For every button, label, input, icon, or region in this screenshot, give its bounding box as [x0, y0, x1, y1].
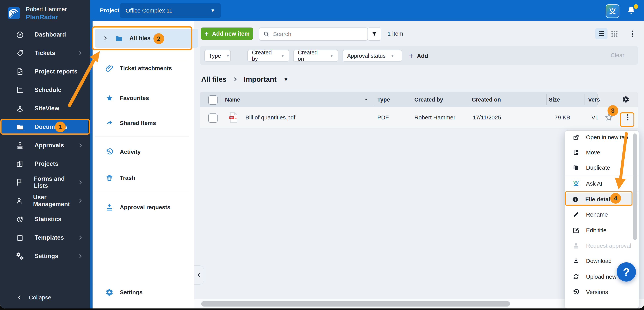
sidebar-item-tickets[interactable]: Tickets — [0, 44, 90, 62]
trash-icon — [104, 174, 114, 182]
panel-collapse-toggle[interactable] — [194, 265, 204, 285]
main-content: + Add new item 1 item — [194, 21, 644, 308]
panel-item-shared-items[interactable]: Shared Items — [90, 115, 194, 131]
plus-icon: + — [204, 30, 208, 37]
star-icon — [104, 94, 114, 102]
grid-view-toggle[interactable] — [610, 29, 619, 39]
menu-scrollbar-thumb[interactable] — [633, 133, 637, 240]
column-name[interactable]: Name — [225, 97, 240, 103]
sidebar-item-statistics[interactable]: Statistics — [0, 210, 90, 228]
column-created-by[interactable]: Created by — [414, 97, 443, 103]
chevron-down-icon[interactable]: ▼ — [284, 77, 288, 82]
menu-item-request-approval: Request approval — [567, 239, 636, 252]
panel-item-label: Shared Items — [120, 120, 156, 126]
column-divider — [220, 94, 220, 105]
sidebar-item-projects[interactable]: Projects — [0, 154, 90, 173]
sidebar-item-project-reports[interactable]: Project reports — [0, 62, 90, 81]
file-name[interactable]: Bill of quantities.pdf — [246, 114, 295, 121]
panel-item-activity[interactable]: Activity — [90, 144, 194, 160]
column-created-on[interactable]: Created on — [472, 97, 501, 103]
kebab-icon — [623, 112, 632, 122]
brand-block[interactable]: Robert Hammer PlanRadar — [8, 6, 67, 21]
add-new-item-button[interactable]: + Add new item — [201, 28, 253, 40]
filter-pill-label: Type — [209, 53, 221, 59]
sidebar-item-label: Documents — [34, 123, 68, 130]
help-button[interactable]: ? — [617, 262, 636, 281]
menu-item-ask-ai[interactable]: Ask AI — [567, 177, 636, 190]
filter-pill-approval-status[interactable]: Approval status ▼ — [342, 50, 402, 62]
menu-item-rename[interactable]: Rename — [567, 208, 636, 221]
pencil-icon — [572, 211, 580, 218]
panel-item-label: Settings — [120, 289, 142, 295]
project-selector-value: Office Complex 11 — [126, 7, 172, 14]
sidebar-item-siteview[interactable]: SiteView — [0, 99, 90, 118]
sidebar-nav: Dashboard Tickets Project reports — [0, 25, 90, 265]
panel-item-ticket-attachments[interactable]: Ticket attachments — [90, 61, 194, 76]
sidebar-item-schedule[interactable]: Schedule — [0, 81, 90, 99]
sidebar-collapse-button[interactable]: Collapse — [17, 294, 51, 301]
chevron-left-icon — [196, 272, 202, 277]
table-row[interactable]: PDF Bill of quantities.pdf PDF Robert Ha… — [200, 107, 638, 128]
panel-item-settings[interactable]: Settings — [90, 285, 194, 300]
add-filter-button[interactable]: + Add — [409, 52, 428, 60]
panel-item-trash[interactable]: Trash — [90, 170, 194, 186]
column-version[interactable]: Vers — [588, 97, 600, 103]
project-selector[interactable]: Office Complex 11 ▼ — [120, 3, 221, 18]
sidebar-item-documents[interactable]: Documents — [2, 119, 88, 135]
menu-item-label: File details — [585, 196, 615, 203]
select-all-checkbox[interactable] — [208, 95, 218, 105]
list-view-toggle[interactable] — [595, 28, 608, 39]
horizontal-scrollbar-thumb[interactable] — [201, 301, 510, 306]
menu-item-label: Versions — [586, 289, 608, 295]
filter-button[interactable] — [368, 28, 381, 41]
sidebar-item-dashboard[interactable]: Dashboard — [0, 25, 90, 44]
chevron-down-icon: ▼ — [281, 54, 284, 58]
divider — [95, 192, 189, 192]
sidebar-item-forms-and-lists[interactable]: Forms and Lists — [0, 173, 90, 192]
menu-item-open-in-new-tab[interactable]: Open in new tab — [567, 131, 636, 144]
sidebar-item-label: SiteView — [34, 105, 59, 112]
chevron-right-icon — [78, 198, 83, 204]
panel-item-favourites[interactable]: Favourites — [90, 90, 194, 106]
gear-icon — [622, 96, 630, 103]
sidebar-item-settings[interactable]: Settings — [0, 247, 90, 265]
sidebar-item-label: Statistics — [34, 216, 62, 223]
brand-name: PlanRadar — [26, 13, 67, 21]
chevron-right-icon — [78, 180, 83, 185]
folder-icon — [115, 34, 123, 42]
sidebar-item-templates[interactable]: Templates — [0, 228, 90, 247]
column-settings-button[interactable] — [622, 96, 630, 103]
panel-item-approval-requests[interactable]: Approval requests — [90, 200, 194, 215]
filter-pill-created-by[interactable]: Created by ▼ — [247, 50, 289, 62]
toolbar-more-button[interactable] — [628, 29, 637, 39]
menu-item-duplicate[interactable]: Duplicate — [567, 161, 636, 174]
menu-item-file-details[interactable]: File details — [566, 193, 638, 206]
row-checkbox[interactable] — [208, 113, 218, 123]
planradar-logo — [8, 7, 20, 19]
collapse-label: Collapse — [29, 294, 51, 301]
column-type[interactable]: Type — [377, 97, 390, 103]
filter-pill-created-on[interactable]: Created on ▼ — [293, 50, 338, 62]
breadcrumb-root[interactable]: All files — [201, 75, 226, 83]
sidebar-item-label: Projects — [34, 161, 58, 167]
row-kebab-menu-button[interactable] — [623, 112, 632, 122]
divider — [565, 304, 638, 305]
clear-filters-button[interactable]: Clear — [610, 52, 624, 58]
menu-item-versions[interactable]: Versions — [567, 286, 636, 298]
divider — [95, 284, 189, 284]
favourite-star-button[interactable] — [604, 113, 613, 122]
sidebar-item-approvals[interactable]: Approvals — [0, 136, 90, 154]
expand-chevron-icon[interactable] — [102, 35, 108, 41]
menu-item-move[interactable]: Move — [567, 146, 636, 159]
sidebar-item-user-management[interactable]: User Management — [0, 192, 90, 210]
sort-asc-icon[interactable] — [364, 97, 368, 101]
filter-pill-type[interactable]: Type ▼ — [204, 50, 231, 62]
menu-item-edit-title[interactable]: Edit title — [567, 224, 636, 237]
ai-assistant-button[interactable] — [606, 4, 620, 18]
breadcrumb-current[interactable]: Important — [244, 75, 277, 83]
chevron-right-icon — [232, 77, 238, 82]
folder-icon — [15, 123, 25, 131]
column-size[interactable]: Size — [549, 97, 560, 103]
search-input[interactable] — [273, 31, 364, 38]
all-files-item[interactable]: All files — [95, 29, 198, 48]
